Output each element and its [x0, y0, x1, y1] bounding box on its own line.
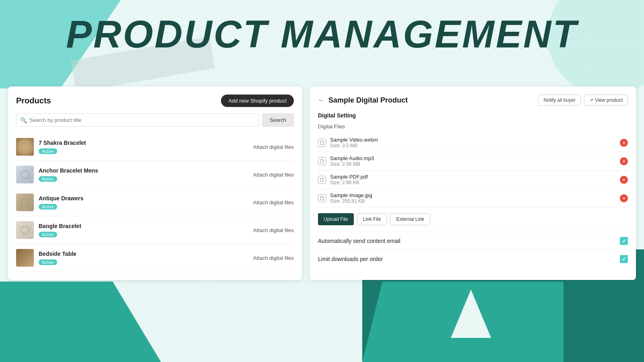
view-product-button[interactable]: ↗ View product: [584, 95, 628, 106]
product-info: 7 Shakra Bracelet Active: [39, 140, 248, 154]
product-list: 7 Shakra Bracelet Active Attach digital …: [16, 133, 294, 272]
search-input-wrapper: 🔍: [16, 113, 259, 127]
product-item: Antique Drawers Active Attach digital fi…: [16, 189, 294, 216]
limit-downloads-label: Limit downloads per order: [318, 256, 383, 262]
search-input[interactable]: [16, 113, 259, 127]
file-size: Size: 2.06 MB: [330, 161, 616, 167]
file-icon: [318, 194, 326, 202]
file-info: Sample Video.webm Size: 3.5 MB: [330, 137, 616, 148]
file-info: Sample Audio.mp3 Size: 2.06 MB: [330, 155, 616, 167]
upload-file-button[interactable]: Upload File: [318, 213, 354, 225]
file-name: Sample Image.jpg: [330, 192, 616, 198]
products-title: Products: [16, 96, 51, 105]
file-name: Sample Video.webm: [330, 137, 616, 143]
attach-digital-files-link[interactable]: Attach digital files: [253, 172, 294, 178]
svg-point-4: [21, 254, 29, 262]
auto-email-checkbox[interactable]: [620, 237, 628, 245]
product-info: Bangle Bracelet Active: [39, 223, 248, 238]
auto-email-label: Automatically send content email: [318, 238, 400, 244]
file-item: Sample PDF.pdf Size: 2.96 KB ×: [318, 171, 628, 189]
link-file-button[interactable]: Link File: [357, 213, 387, 225]
detail-title: Sample Digital Product: [328, 96, 408, 105]
add-shopify-product-button[interactable]: Add new Shopify product: [221, 95, 294, 107]
notify-all-buyer-button[interactable]: Notify all buyer: [538, 95, 580, 106]
products-panel: Products Add new Shopify product 🔍 Searc…: [8, 86, 302, 280]
file-name: Sample Audio.mp3: [330, 155, 616, 161]
file-icon: [318, 157, 326, 165]
attach-digital-files-link[interactable]: Attach digital files: [253, 255, 294, 261]
file-size: Size: 2.96 KB: [330, 180, 616, 185]
product-name: Bedside Table: [39, 251, 248, 257]
product-status: Active: [39, 204, 57, 210]
product-item: Bedside Table Active Attach digital file…: [16, 244, 294, 272]
file-item: Sample Audio.mp3 Size: 2.06 MB ×: [318, 152, 628, 171]
limit-downloads-checkbox[interactable]: [620, 255, 628, 263]
product-name: Antique Drawers: [39, 195, 248, 202]
attach-digital-files-link[interactable]: Attach digital files: [253, 200, 294, 206]
main-heading: PRODUCT MANAGEMENT: [0, 12, 644, 56]
product-status: Active: [39, 259, 57, 265]
product-item: Bangle Bracelet Active Attach digital fi…: [16, 216, 294, 244]
back-button[interactable]: ←: [318, 97, 324, 104]
attach-digital-files-link[interactable]: Attach digital files: [253, 227, 294, 233]
delete-file-button[interactable]: ×: [620, 176, 628, 184]
delete-file-button[interactable]: ×: [620, 194, 628, 202]
product-status: Active: [39, 148, 57, 154]
file-icon: [318, 176, 326, 184]
panels-container: Products Add new Shopify product 🔍 Searc…: [8, 86, 636, 280]
product-name: Anchor Bracelet Mens: [39, 167, 248, 174]
file-name: Sample PDF.pdf: [330, 174, 616, 180]
file-info: Sample Image.jpg Size: 255.81 KB: [330, 192, 616, 204]
bg-white-triangle: [451, 290, 491, 338]
product-status: Active: [39, 176, 57, 182]
svg-point-0: [21, 143, 29, 151]
file-item: Sample Video.webm Size: 3.5 MB ×: [318, 134, 628, 152]
view-product-label: View product: [595, 97, 623, 103]
detail-panel: ← Sample Digital Product Notify all buye…: [310, 86, 636, 280]
file-item: Sample Image.jpg Size: 255.81 KB ×: [318, 189, 628, 208]
svg-point-1: [21, 171, 29, 179]
product-info: Bedside Table Active: [39, 251, 248, 265]
products-header: Products Add new Shopify product: [16, 95, 294, 107]
file-size: Size: 3.5 MB: [330, 143, 616, 148]
detail-header: ← Sample Digital Product Notify all buye…: [318, 95, 628, 106]
search-icon: 🔍: [20, 117, 27, 123]
product-item: 7 Shakra Bracelet Active Attach digital …: [16, 133, 294, 161]
file-icon: [318, 139, 326, 147]
page-title: PRODUCT MANAGEMENT: [0, 12, 644, 56]
digital-files-label: Digital Files: [318, 123, 628, 130]
product-thumbnail: [16, 249, 34, 267]
digital-setting-label: Digital Setting: [318, 112, 628, 119]
detail-title-area: ← Sample Digital Product: [318, 96, 408, 105]
limit-downloads-row: Limit downloads per order: [318, 250, 628, 268]
product-status: Active: [39, 232, 57, 237]
attach-digital-files-link[interactable]: Attach digital files: [253, 144, 294, 150]
product-thumbnail: [16, 221, 34, 239]
file-buttons: Upload File Link File External Link: [318, 213, 628, 225]
product-item: Anchor Bracelet Mens Active Attach digit…: [16, 161, 294, 189]
product-info: Antique Drawers Active: [39, 195, 248, 210]
auto-email-row: Automatically send content email: [318, 232, 628, 250]
search-button[interactable]: Search: [262, 113, 294, 127]
external-link-icon: ↗: [589, 97, 593, 103]
search-bar: 🔍 Search: [16, 113, 294, 127]
file-list: Sample Video.webm Size: 3.5 MB × Sample …: [318, 134, 628, 208]
delete-file-button[interactable]: ×: [620, 157, 628, 165]
svg-point-2: [21, 198, 29, 206]
product-info: Anchor Bracelet Mens Active: [39, 167, 248, 182]
product-thumbnail: [16, 193, 34, 211]
external-link-button[interactable]: External Link: [390, 213, 430, 225]
product-name: 7 Shakra Bracelet: [39, 140, 248, 146]
svg-point-3: [21, 226, 29, 234]
delete-file-button[interactable]: ×: [620, 139, 628, 147]
file-info: Sample PDF.pdf Size: 2.96 KB: [330, 174, 616, 185]
file-size: Size: 255.81 KB: [330, 198, 616, 204]
product-thumbnail: [16, 166, 34, 183]
product-name: Bangle Bracelet: [39, 223, 248, 229]
detail-actions: Notify all buyer ↗ View product: [538, 95, 628, 106]
product-thumbnail: [16, 138, 34, 156]
